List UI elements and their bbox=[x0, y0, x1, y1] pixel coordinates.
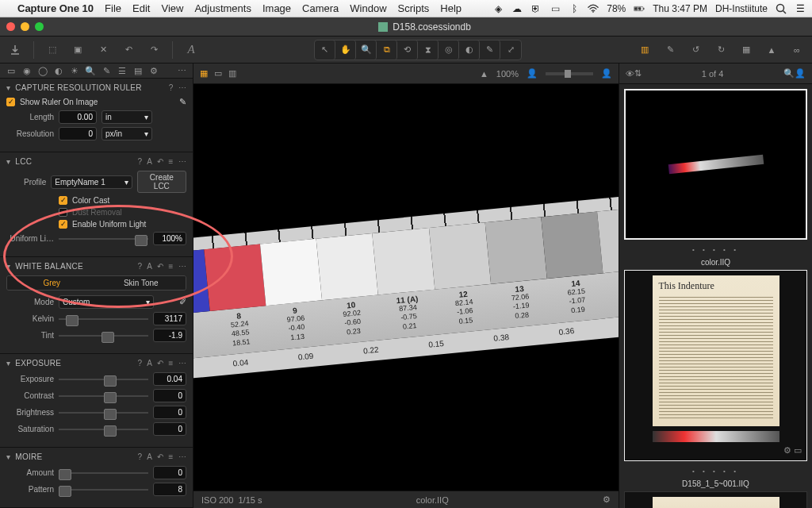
eye-icon[interactable]: 👁 bbox=[626, 69, 634, 79]
uniform-light-checkbox[interactable] bbox=[59, 220, 67, 229]
reset-icon[interactable]: ↶ bbox=[157, 262, 163, 271]
tint-slider[interactable] bbox=[59, 330, 148, 341]
kelvin-slider[interactable] bbox=[59, 314, 148, 325]
cursor-tool[interactable]: ⬚ bbox=[42, 40, 63, 60]
keystone-tool[interactable]: ⧗ bbox=[418, 40, 439, 60]
focus-mask-button[interactable]: ∞ bbox=[787, 40, 807, 60]
caret-icon[interactable]: ▾ bbox=[6, 452, 10, 461]
preset-icon[interactable]: ≡ bbox=[169, 359, 174, 368]
auto-icon[interactable]: A bbox=[147, 359, 152, 368]
tab-details-icon[interactable]: 🔍 bbox=[84, 64, 97, 77]
import-button[interactable] bbox=[5, 40, 25, 60]
caret-icon[interactable]: ▾ bbox=[6, 157, 10, 166]
gear-icon[interactable]: ⚙ bbox=[783, 445, 791, 455]
zoom-slider[interactable] bbox=[546, 72, 593, 75]
more-icon[interactable]: ⋯ bbox=[178, 262, 186, 271]
rating-dots[interactable]: • • • • • bbox=[624, 244, 807, 255]
auto-adjust-button[interactable]: A bbox=[181, 40, 201, 60]
caret-icon[interactable]: ▾ bbox=[6, 83, 10, 92]
create-lcc-button[interactable]: Create LCC bbox=[137, 171, 186, 193]
show-ruler-checkbox[interactable] bbox=[6, 98, 15, 106]
clock[interactable]: Thu 3:47 PM bbox=[653, 3, 707, 14]
saturation-slider[interactable] bbox=[59, 424, 148, 435]
warning-button[interactable]: ▲ bbox=[761, 40, 782, 60]
workspace-button[interactable]: ▥ bbox=[634, 40, 655, 60]
reset-icon[interactable]: ↶ bbox=[157, 452, 163, 461]
pattern-slider[interactable] bbox=[59, 484, 148, 495]
menu-adjustments[interactable]: Adjustments bbox=[194, 2, 251, 14]
profile-select[interactable]: EmptyName 1▾ bbox=[51, 175, 132, 189]
help-icon[interactable]: ? bbox=[137, 157, 142, 166]
delete-tool[interactable]: ✕ bbox=[93, 40, 113, 60]
menu-file[interactable]: File bbox=[105, 2, 121, 14]
menu-window[interactable]: Window bbox=[350, 2, 386, 14]
amount-value[interactable]: 0 bbox=[153, 466, 186, 479]
more-icon[interactable]: ⋯ bbox=[178, 359, 186, 368]
tag-icon[interactable]: ▭ bbox=[794, 445, 802, 455]
help-icon[interactable]: ? bbox=[137, 262, 142, 271]
amount-slider[interactable] bbox=[59, 468, 148, 479]
tab-output-icon[interactable]: ⚙ bbox=[147, 64, 160, 77]
filter-icon[interactable]: ⇅ bbox=[634, 68, 642, 79]
exposure-slider[interactable] bbox=[59, 374, 148, 385]
dust-removal-checkbox[interactable] bbox=[59, 208, 67, 217]
view-grid-icon[interactable]: ▦ bbox=[200, 68, 208, 79]
spotlight-icon[interactable] bbox=[776, 3, 787, 14]
tab-metadata-icon[interactable]: ▤ bbox=[132, 64, 144, 77]
bluetooth-icon[interactable]: ᛒ bbox=[569, 3, 580, 14]
folder-tool[interactable]: ▣ bbox=[67, 40, 88, 60]
pencil-icon[interactable]: ✎ bbox=[179, 97, 186, 107]
resolution-input[interactable] bbox=[59, 127, 97, 140]
rotate-ccw-button[interactable]: ↺ bbox=[685, 40, 706, 60]
menu-edit[interactable]: Edit bbox=[132, 2, 150, 14]
tab-adjust-icon[interactable]: ☰ bbox=[116, 64, 128, 77]
help-icon[interactable]: ? bbox=[137, 452, 142, 461]
user-name[interactable]: DH-Instiitute bbox=[715, 3, 768, 14]
grid-button[interactable]: ▦ bbox=[736, 40, 756, 60]
minimize-window-button[interactable] bbox=[21, 22, 29, 31]
undo-button[interactable]: ↶ bbox=[118, 40, 139, 60]
wb-mode-select[interactable]: Custom▾ bbox=[59, 295, 154, 309]
navigator-preview[interactable] bbox=[624, 89, 807, 240]
caret-icon[interactable]: ▾ bbox=[6, 359, 10, 368]
kelvin-value[interactable]: 3117 bbox=[153, 312, 186, 325]
exposure-value[interactable]: 0.04 bbox=[153, 372, 186, 386]
tab-library-icon[interactable]: ▭ bbox=[5, 64, 17, 77]
tab-exposure-icon[interactable]: ☀ bbox=[68, 64, 81, 77]
tab-color-icon[interactable]: ◐ bbox=[52, 64, 65, 77]
saturation-value[interactable]: 0 bbox=[153, 422, 186, 436]
wifi-icon[interactable] bbox=[588, 3, 599, 14]
rotate-cw-button[interactable]: ↻ bbox=[710, 40, 731, 60]
reset-icon[interactable]: ↶ bbox=[157, 157, 163, 166]
brightness-slider[interactable] bbox=[59, 407, 148, 418]
more-icon[interactable]: ⋯ bbox=[178, 157, 186, 166]
tab-more-icon[interactable]: ⋯ bbox=[175, 64, 188, 77]
menu-view[interactable]: View bbox=[161, 2, 183, 14]
edit-mode-button[interactable]: ✎ bbox=[660, 40, 680, 60]
app-name[interactable]: Capture One 10 bbox=[17, 2, 94, 14]
view-multi-icon[interactable]: ▥ bbox=[228, 68, 236, 79]
preset-icon[interactable]: ≡ bbox=[169, 262, 174, 271]
thumbnail-2[interactable] bbox=[624, 491, 807, 508]
exposure-warning-icon[interactable]: ▲ bbox=[480, 69, 488, 79]
preset-icon[interactable]: ≡ bbox=[169, 452, 174, 461]
thumbnail-1[interactable]: This Indenture ⚙ ▭ bbox=[624, 270, 807, 461]
color-cast-checkbox[interactable] bbox=[59, 196, 67, 205]
menuextra-icon[interactable]: ◈ bbox=[492, 3, 504, 14]
person-icon[interactable]: 👤 bbox=[795, 68, 806, 79]
close-window-button[interactable] bbox=[6, 22, 15, 31]
select-tool[interactable]: ↖ bbox=[315, 40, 335, 60]
length-unit-select[interactable]: in▾ bbox=[102, 110, 152, 124]
view-single-icon[interactable]: ▭ bbox=[214, 68, 222, 79]
redo-button[interactable]: ↷ bbox=[144, 40, 164, 60]
zoom-window-button[interactable] bbox=[35, 22, 44, 31]
auto-icon[interactable]: A bbox=[147, 157, 152, 166]
shield-icon[interactable]: ⛨ bbox=[530, 3, 542, 14]
tab-local-icon[interactable]: ✎ bbox=[100, 64, 113, 77]
menu-scripts[interactable]: Scripts bbox=[398, 2, 430, 14]
crop-tool[interactable]: ⧉ bbox=[377, 40, 397, 60]
length-input[interactable] bbox=[59, 110, 97, 124]
more-icon[interactable]: ⋯ bbox=[178, 83, 186, 92]
menu-image[interactable]: Image bbox=[262, 2, 291, 14]
eyedropper-icon[interactable]: ✐ bbox=[179, 297, 186, 307]
